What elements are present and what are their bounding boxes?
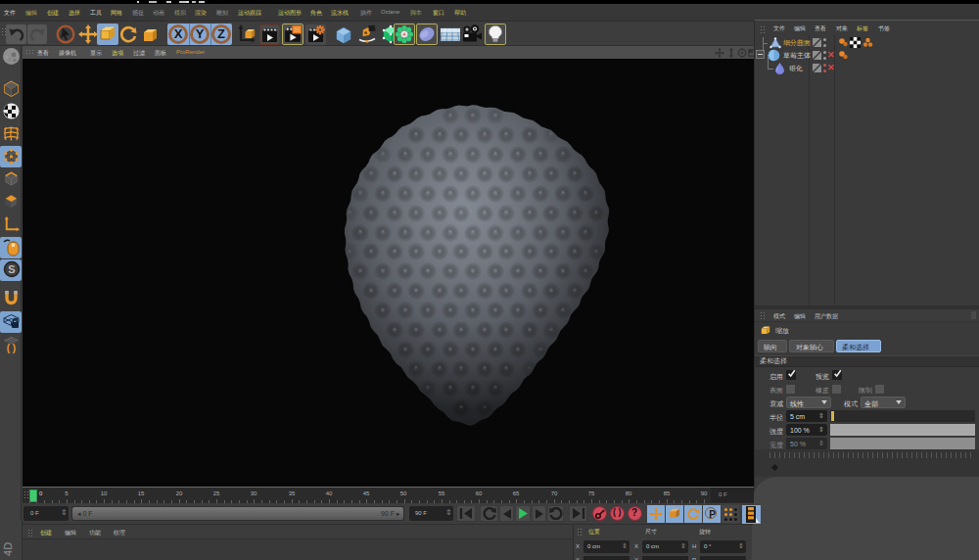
svg-text:( ): ( ) bbox=[7, 343, 16, 353]
svg-text:S: S bbox=[8, 263, 15, 275]
